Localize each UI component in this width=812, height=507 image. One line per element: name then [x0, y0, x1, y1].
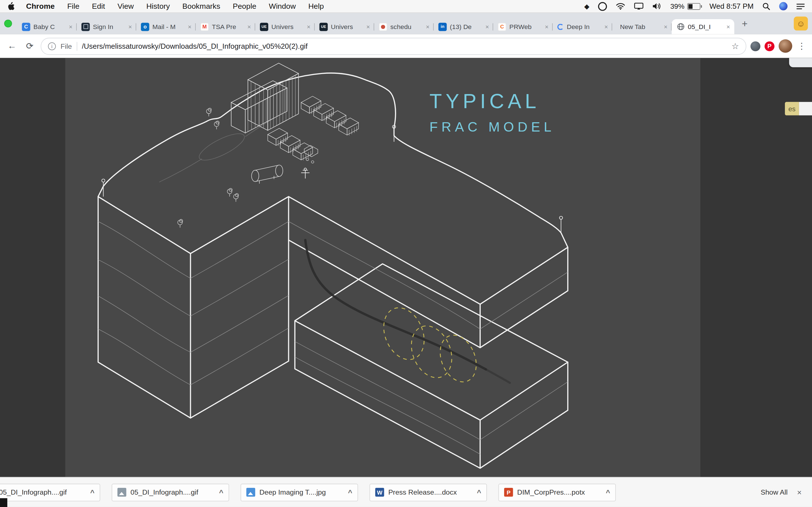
chevron-up-icon[interactable]: ^ — [348, 488, 352, 496]
address-bar[interactable]: i File /Users/melissaturowsky/Downloads/… — [41, 38, 746, 55]
downloads-bar-close-icon[interactable]: × — [797, 488, 802, 497]
tab-close-icon[interactable]: × — [483, 23, 491, 31]
tab-label: Deep In — [567, 23, 601, 31]
corner-artifact — [0, 498, 7, 507]
tab-close-icon[interactable]: × — [364, 23, 372, 31]
tab-close-icon[interactable]: × — [662, 23, 670, 31]
tab-close-icon[interactable]: × — [543, 23, 551, 31]
menu-history[interactable]: History — [146, 2, 170, 10]
menu-app-name[interactable]: Chrome — [26, 2, 55, 10]
window-fullscreen-button[interactable] — [4, 20, 12, 27]
tab-close-icon[interactable]: × — [126, 23, 134, 31]
tab-close-icon[interactable]: × — [602, 23, 610, 31]
tab-schedule[interactable]: schedu × — [374, 19, 434, 34]
frac-zone-ellipses — [376, 302, 483, 387]
chevron-up-icon[interactable]: ^ — [90, 488, 94, 496]
volume-icon[interactable] — [653, 3, 661, 10]
back-button[interactable]: ← — [5, 40, 19, 53]
menu-file[interactable]: File — [67, 2, 79, 10]
user-avatar[interactable] — [779, 40, 792, 53]
menu-view[interactable]: View — [117, 2, 134, 10]
signin-favicon — [82, 22, 90, 31]
page-content: TYPICAL FRAC MODEL es — [0, 58, 812, 477]
show-all-button[interactable]: Show All — [753, 484, 795, 500]
tab-linkedin[interactable]: in (13) De × — [434, 19, 493, 34]
battery-status[interactable]: 39% — [670, 2, 700, 10]
tab-label: 05_DI_I — [688, 23, 723, 31]
reload-button[interactable]: ⟳ — [23, 40, 36, 53]
tab-label: Sign In — [93, 23, 124, 31]
menu-people[interactable]: People — [233, 2, 257, 10]
tab-gif-active[interactable]: 05_DI_I × — [672, 19, 734, 34]
bookmark-star-icon[interactable]: ☆ — [731, 41, 739, 51]
pinterest-extension-icon[interactable]: P — [765, 41, 774, 51]
tab-close-icon[interactable]: × — [186, 23, 194, 31]
tab-close-icon[interactable]: × — [305, 23, 313, 31]
tab-prweb[interactable]: C PRWeb × — [493, 19, 553, 34]
download-filename: DIM_CorpPres....potx — [517, 489, 602, 496]
notification-center-icon[interactable] — [797, 3, 805, 10]
tab-deep-imaging[interactable]: Deep In × — [553, 19, 612, 34]
ue-favicon: UE — [260, 22, 268, 31]
globe-icon — [676, 22, 685, 31]
gif-image: TYPICAL FRAC MODEL — [65, 58, 700, 477]
tab-university-2[interactable]: UE Univers × — [315, 19, 374, 34]
powerpoint-file-icon: P — [504, 488, 513, 497]
menu-edit[interactable]: Edit — [92, 2, 105, 10]
tab-close-icon[interactable]: × — [424, 23, 432, 31]
tab-baby-c[interactable]: C Baby C × — [17, 19, 77, 34]
tab-close-icon[interactable]: × — [245, 23, 253, 31]
tab-label: (13) De — [450, 23, 482, 31]
screen: Chrome File Edit View History Bookmarks … — [0, 0, 812, 507]
tab-close-icon[interactable]: × — [724, 23, 732, 31]
jpg-file-icon — [246, 488, 255, 497]
tab-mail[interactable]: o Mail - M × — [136, 19, 196, 34]
tab-close-icon[interactable]: × — [67, 23, 75, 31]
siri-icon[interactable] — [779, 2, 788, 10]
buildings — [231, 63, 299, 133]
macos-menu-bar: Chrome File Edit View History Bookmarks … — [0, 0, 812, 13]
gif-file-icon — [117, 488, 126, 497]
dropbox-icon[interactable]: ◆ — [584, 3, 590, 10]
viewport: Chrome File Edit View History Bookmarks … — [0, 0, 812, 507]
tab-university-1[interactable]: UE Univers × — [255, 19, 315, 34]
tab-new-tab[interactable]: New Tab × — [612, 19, 672, 34]
airplay-display-icon[interactable] — [635, 3, 644, 10]
prweb-favicon: C — [498, 22, 506, 31]
browser-menu-icon[interactable]: ⋮ — [797, 41, 807, 52]
tab-label: Baby C — [33, 23, 65, 31]
outlook-favicon: o — [141, 22, 149, 31]
loading-spinner-icon — [557, 24, 564, 30]
tab-label: PRWeb — [509, 23, 541, 31]
tab-tsa-pre[interactable]: M TSA Pre × — [196, 19, 255, 34]
infographic-subtitle: FRAC MODEL — [429, 119, 555, 135]
download-item[interactable]: Deep Imaging T....jpg ^ — [241, 483, 358, 501]
download-filename: Press Release....docx — [388, 489, 473, 496]
tab-label: TSA Pre — [212, 23, 244, 31]
menu-help[interactable]: Help — [308, 2, 324, 10]
menu-bookmarks[interactable]: Bookmarks — [183, 2, 220, 10]
schedule-favicon — [379, 22, 388, 31]
menu-bar-clock[interactable]: Wed 8:57 PM — [709, 2, 754, 10]
apple-icon[interactable] — [7, 2, 16, 10]
creative-cloud-icon[interactable] — [598, 2, 607, 10]
page-info-icon[interactable]: i — [48, 42, 56, 50]
download-item[interactable]: P DIM_CorpPres....potx ^ — [499, 483, 616, 501]
wifi-icon[interactable] — [616, 3, 625, 10]
download-item[interactable]: 05_DI_Infograph....gif ^ — [0, 483, 100, 501]
chevron-up-icon[interactable]: ^ — [219, 488, 223, 496]
new-tab-button[interactable]: + — [737, 16, 752, 31]
water-tank — [252, 165, 283, 184]
menu-window[interactable]: Window — [269, 2, 296, 10]
battery-icon — [688, 3, 701, 10]
chevron-up-icon[interactable]: ^ — [606, 488, 610, 496]
spotlight-search-icon[interactable] — [762, 2, 770, 10]
browser-profile-avatar[interactable]: ☺ — [794, 17, 808, 31]
tab-sign-in[interactable]: Sign In × — [77, 19, 136, 34]
infographic-title: TYPICAL — [429, 90, 540, 113]
chevron-up-icon[interactable]: ^ — [477, 488, 481, 496]
download-item[interactable]: 05_DI_Infograph....gif ^ — [112, 483, 229, 501]
download-item[interactable]: W Press Release....docx ^ — [370, 483, 487, 501]
tab-label: New Tab — [620, 23, 660, 31]
extension-icon[interactable] — [751, 41, 760, 51]
